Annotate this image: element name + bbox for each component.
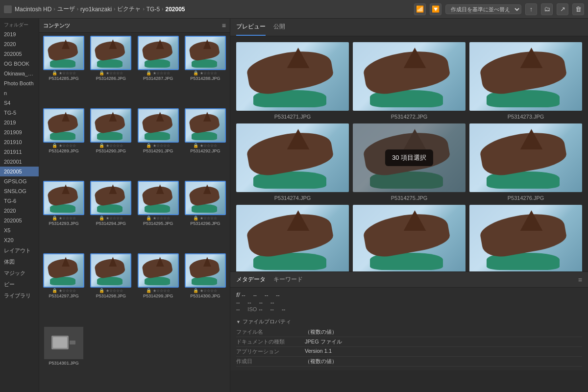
- sidebar-item-photobooth[interactable]: Photo Booth: [0, 78, 39, 88]
- list-item[interactable]: 🔒★☆☆☆☆ P5314299.JPG: [136, 252, 181, 323]
- list-item[interactable]: 🔒★☆☆☆☆ P5314286.JPG: [88, 35, 133, 105]
- metadata-menu-icon[interactable]: ≡: [578, 276, 582, 284]
- sidebar-item-x20[interactable]: X20: [0, 235, 39, 245]
- sidebar-item-library[interactable]: ライブラリ: [0, 290, 39, 301]
- sidebar-item-2019[interactable]: 2019: [0, 29, 39, 39]
- file-stars: 🔒★☆☆☆☆: [146, 143, 170, 148]
- sidebar-item-bodymap[interactable]: 体図: [0, 256, 39, 268]
- sidebar-item-tg5[interactable]: TG-5: [0, 108, 39, 118]
- shark-base-decor: [145, 59, 170, 68]
- file-name: P5314296.JPG: [190, 221, 220, 227]
- filter-icon[interactable]: 🔽: [430, 3, 441, 15]
- sidebar-item-201910[interactable]: 201910: [0, 137, 39, 147]
- tab-keywords[interactable]: キーワード: [273, 275, 303, 284]
- image-thumbnail: [236, 42, 349, 111]
- list-item[interactable]: 🔒★☆☆☆☆ P5314296.JPG: [183, 180, 228, 250]
- sort-select[interactable]: 作成日を基準に並べ替え: [445, 4, 521, 14]
- sidebar-item-201911[interactable]: 201911: [0, 147, 39, 157]
- sidebar-item-x5[interactable]: X5: [0, 225, 39, 235]
- list-item[interactable]: 🔒★☆☆☆☆ P5314295.JPG: [136, 180, 181, 250]
- list-item[interactable]: 🔒★☆☆☆☆ P5314287.JPG: [136, 35, 181, 105]
- file-thumbnail: [44, 109, 83, 142]
- iso-label: ISO: [247, 306, 257, 312]
- file-thumbnail: [186, 37, 225, 69]
- file-thumbnail-wrap: [43, 253, 84, 288]
- signal-icon[interactable]: 📶: [414, 3, 426, 15]
- list-item[interactable]: 🔒★☆☆☆☆ P5314289.JPG: [41, 107, 86, 178]
- breadcrumb-item[interactable]: TG-5: [147, 6, 160, 13]
- sidebar-item-2020b[interactable]: 2020: [0, 206, 39, 216]
- shark-body-decor: [188, 257, 220, 279]
- list-item[interactable]: P5314271.JPG: [236, 42, 349, 120]
- list-item[interactable]: P5314276.JPG: [469, 123, 582, 201]
- list-item[interactable]: P5314279.JPG: [469, 205, 582, 271]
- tab-preview[interactable]: プレビュー: [236, 19, 266, 36]
- panel-menu-icon[interactable]: ≡: [222, 22, 226, 29]
- breadcrumb-item-active[interactable]: 202005: [165, 6, 185, 13]
- breadcrumb-item[interactable]: ryo1kanzaki: [80, 6, 112, 13]
- image-grid: P5314271.JPG P5314272.JPG: [230, 36, 588, 271]
- sidebar-item-202001[interactable]: 202001: [0, 157, 39, 167]
- sidebar-item-2019b[interactable]: 2019: [0, 118, 39, 127]
- breadcrumb-sep: ›: [53, 6, 55, 12]
- meta-value-f2: --: [270, 306, 274, 312]
- breadcrumb-item[interactable]: Macintosh HD: [15, 6, 51, 13]
- file-name: P5314293.JPG: [49, 221, 79, 227]
- sidebar-item-202005b[interactable]: 202005: [0, 167, 39, 176]
- meta-value-f: --: [242, 292, 245, 298]
- prop-val: Version 1.1: [305, 348, 332, 355]
- sidebar-item-202005c[interactable]: 202005: [0, 216, 39, 225]
- list-item[interactable]: 🔒★☆☆☆☆ P5314298.JPG: [88, 252, 133, 323]
- shark-base-decor: [145, 204, 170, 213]
- meta-field-f2: --: [270, 306, 274, 312]
- sidebar-item-s4[interactable]: S4: [0, 98, 39, 108]
- tab-publish[interactable]: 公開: [273, 19, 285, 36]
- file-thumbnail-wrap: [138, 181, 179, 215]
- sidebar-item-tg6[interactable]: TG-6: [0, 196, 39, 206]
- file-props-title[interactable]: ▼ ファイルプロパティ: [236, 318, 582, 325]
- sidebar-item-201909[interactable]: 201909: [0, 127, 39, 137]
- file-thumbnail: [139, 254, 178, 287]
- sidebar-item-2020[interactable]: 2020: [0, 39, 39, 49]
- list-item[interactable]: 🔒★☆☆☆☆ P5314291.JPG: [136, 107, 181, 178]
- shark-body-decor: [188, 184, 220, 207]
- list-item[interactable]: P5314301.JPG: [41, 325, 86, 390]
- tab-metadata[interactable]: メタデータ: [236, 275, 266, 284]
- sort-asc-icon[interactable]: ↑: [525, 3, 537, 15]
- breadcrumb-item[interactable]: ピクチャ: [117, 5, 141, 13]
- breadcrumb-item[interactable]: ユーザ: [57, 5, 75, 13]
- shark-body-decor: [188, 39, 220, 62]
- sidebar-item-gpslog[interactable]: GPSLOG: [0, 176, 39, 186]
- sidebar-item-okinawa[interactable]: Okinawa_map: [0, 69, 39, 78]
- sidebar-item-layout[interactable]: レイアウト: [0, 245, 39, 256]
- sidebar-item-202005a[interactable]: 202005: [0, 49, 39, 59]
- trash-icon[interactable]: 🗑: [572, 3, 584, 15]
- sidebar-item-bee[interactable]: ビー: [0, 279, 39, 290]
- file-thumbnail-wrap: [185, 253, 226, 288]
- list-item[interactable]: 🔒★☆☆☆☆ P5314293.JPG: [41, 180, 86, 250]
- sidebar-item-ogbook[interactable]: OG BOOK: [0, 59, 39, 69]
- list-item[interactable]: 30 項目選択 P5314275.JPG: [353, 123, 466, 201]
- list-item[interactable]: 🔒★☆☆☆☆ P5314297.JPG: [41, 252, 86, 323]
- sidebar-item-snslog[interactable]: SNSLOG: [0, 186, 39, 196]
- list-item[interactable]: 🔒★☆☆☆☆ P5314300.JPG: [183, 252, 228, 323]
- image-label: P5314272.JPG: [391, 114, 428, 120]
- list-item[interactable]: P5314277.JPG: [236, 205, 349, 271]
- list-item[interactable]: 🔒★☆☆☆☆ P5314294.JPG: [88, 180, 133, 250]
- sidebar-item-n[interactable]: n: [0, 88, 39, 98]
- list-item[interactable]: 🔒★☆☆☆☆ P5314292.JPG: [183, 107, 228, 178]
- list-item[interactable]: 🔒★☆☆☆☆ P5314285.JPG: [41, 35, 86, 105]
- sidebar-item-magic[interactable]: マジック: [0, 268, 39, 279]
- shark-body-decor: [188, 112, 220, 134]
- prop-val: （複数の値）: [305, 328, 337, 336]
- view-icon[interactable]: 🗂: [541, 3, 553, 15]
- list-item[interactable]: P5314273.JPG: [469, 42, 582, 120]
- file-thumbnail-wrap: [90, 253, 131, 288]
- shark-body: [245, 46, 335, 98]
- share-icon[interactable]: ↗: [557, 3, 568, 15]
- list-item[interactable]: P5314274.JPG: [236, 123, 349, 201]
- list-item[interactable]: P5314272.JPG: [353, 42, 466, 120]
- list-item[interactable]: 🔒★☆☆☆☆ P5314288.JPG: [183, 35, 228, 105]
- list-item[interactable]: P5314278.JPG: [353, 205, 466, 271]
- list-item[interactable]: 🔒★☆☆☆☆ P5314290.JPG: [88, 107, 133, 178]
